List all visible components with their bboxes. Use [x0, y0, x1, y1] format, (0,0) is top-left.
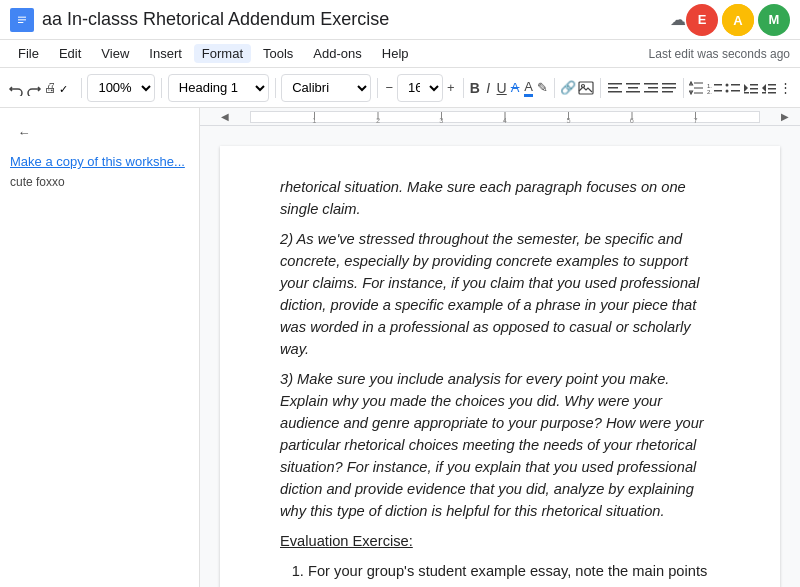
highlight-button[interactable]: ✎: [536, 74, 547, 102]
strikethrough-button[interactable]: A: [509, 74, 520, 102]
menu-format[interactable]: Format: [194, 44, 251, 63]
svg-text:4: 4: [503, 116, 507, 124]
exercise-list: For your group's student example essay, …: [280, 560, 720, 587]
align-right-button[interactable]: [643, 74, 659, 102]
print-button[interactable]: 🖨: [44, 74, 57, 102]
svg-point-25: [726, 83, 729, 86]
indent-inc-button[interactable]: [761, 74, 777, 102]
menu-tools[interactable]: Tools: [255, 44, 301, 63]
menu-edit[interactable]: Edit: [51, 44, 89, 63]
sidebar-caption: cute foxxo: [10, 175, 189, 189]
svg-rect-11: [608, 91, 622, 93]
svg-rect-29: [750, 84, 758, 86]
menu-insert[interactable]: Insert: [141, 44, 190, 63]
style-select[interactable]: Heading 1 Normal text Heading 2 Heading …: [168, 74, 269, 102]
doc-content: rhetorical situation. Make sure each par…: [280, 176, 720, 587]
svg-rect-33: [768, 84, 776, 86]
spellcheck-button[interactable]: ✓: [59, 74, 75, 102]
doc-title[interactable]: aa In-classs Rhetorical Addendum Exercis…: [42, 9, 662, 30]
svg-rect-2: [18, 19, 26, 20]
svg-rect-12: [626, 83, 640, 85]
svg-rect-15: [644, 83, 658, 85]
app-icon: [10, 8, 34, 32]
cloud-icon: ☁: [670, 10, 686, 29]
svg-text:2.: 2.: [707, 89, 712, 95]
svg-rect-32: [744, 92, 749, 94]
font-size-dec[interactable]: −: [384, 74, 395, 102]
svg-rect-35: [768, 92, 776, 94]
toolbar: 🖨 ✓ 100% 75% 150% Heading 1 Normal text …: [0, 68, 800, 108]
menu-help[interactable]: Help: [374, 44, 417, 63]
svg-rect-7: [579, 82, 593, 94]
svg-text:6: 6: [630, 116, 634, 124]
bold-button[interactable]: B: [469, 74, 480, 102]
doc-area: rhetorical situation. Make sure each par…: [200, 126, 800, 587]
line-spacing-button[interactable]: [689, 74, 705, 102]
sidebar-back-button[interactable]: ←: [10, 118, 38, 146]
svg-text:✓: ✓: [59, 83, 68, 95]
svg-text:2: 2: [376, 116, 380, 124]
avatar-3[interactable]: M: [758, 4, 790, 36]
svg-rect-23: [714, 84, 722, 86]
undo-button[interactable]: [8, 74, 24, 102]
svg-rect-30: [750, 88, 758, 90]
font-color-button[interactable]: A: [523, 74, 534, 102]
svg-text:A: A: [733, 13, 743, 28]
align-left-button[interactable]: [607, 74, 623, 102]
list-item-1: For your group's student example essay, …: [308, 560, 720, 587]
avatar-group: E A M: [686, 4, 790, 36]
svg-rect-3: [18, 22, 23, 23]
menu-addons[interactable]: Add-ons: [305, 44, 369, 63]
ruler: ◀ 1 2 3 4 5 6 7 ▶: [200, 108, 800, 126]
svg-rect-20: [662, 91, 673, 93]
sidebar: ← Make a copy of this workshe... cute fo…: [0, 108, 200, 587]
last-edit-text: Last edit was seconds ago: [649, 47, 790, 61]
redo-button[interactable]: [26, 74, 42, 102]
svg-rect-16: [648, 87, 658, 89]
svg-rect-17: [644, 91, 658, 93]
svg-rect-28: [731, 90, 740, 92]
doc-page: rhetorical situation. Make sure each par…: [220, 146, 780, 587]
paragraph-3: 3) Make sure you include analysis for ev…: [280, 368, 720, 522]
svg-rect-36: [762, 92, 766, 94]
more-options-button[interactable]: ⋮: [779, 74, 792, 102]
image-button[interactable]: [578, 74, 594, 102]
align-justify-button[interactable]: [661, 74, 677, 102]
menu-file[interactable]: File: [10, 44, 47, 63]
menu-view[interactable]: View: [93, 44, 137, 63]
ordered-list-button[interactable]: 1.2.: [707, 74, 723, 102]
svg-rect-24: [714, 90, 722, 92]
avatar-2[interactable]: A: [722, 4, 754, 36]
indent-dec-button[interactable]: [743, 74, 759, 102]
align-center-button[interactable]: [625, 74, 641, 102]
svg-text:3: 3: [439, 116, 443, 124]
svg-rect-31: [750, 92, 758, 94]
svg-rect-19: [662, 87, 676, 89]
svg-rect-13: [628, 87, 638, 89]
svg-text:1: 1: [312, 116, 316, 124]
ruler-bar: 1 2 3 4 5 6 7: [250, 111, 760, 123]
svg-rect-34: [768, 88, 776, 90]
svg-text:7: 7: [693, 116, 697, 124]
paragraph-1: rhetorical situation. Make sure each par…: [280, 176, 720, 220]
menu-bar: File Edit View Insert Format Tools Add-o…: [0, 40, 800, 68]
eval-heading: Evaluation Exercise:: [280, 530, 720, 552]
underline-button[interactable]: U: [496, 74, 507, 102]
svg-rect-27: [731, 84, 740, 86]
link-button[interactable]: 🔗: [560, 74, 576, 102]
avatar-1[interactable]: E: [686, 4, 718, 36]
unordered-list-button[interactable]: [725, 74, 741, 102]
italic-button[interactable]: I: [482, 74, 493, 102]
font-select[interactable]: Calibri Arial Times New Roman: [281, 74, 371, 102]
svg-rect-18: [662, 83, 676, 85]
font-size-inc[interactable]: +: [445, 74, 456, 102]
svg-text:5: 5: [566, 116, 570, 124]
zoom-select[interactable]: 100% 75% 150%: [87, 74, 155, 102]
svg-rect-9: [608, 83, 622, 85]
font-size-select[interactable]: 16 12 14 18: [397, 74, 443, 102]
paragraph-2: 2) As we've stressed throughout the seme…: [280, 228, 720, 360]
title-bar: aa In-classs Rhetorical Addendum Exercis…: [0, 0, 800, 40]
svg-point-26: [726, 89, 729, 92]
svg-rect-1: [18, 16, 26, 17]
copy-worksheet-link[interactable]: Make a copy of this workshe...: [10, 154, 189, 169]
